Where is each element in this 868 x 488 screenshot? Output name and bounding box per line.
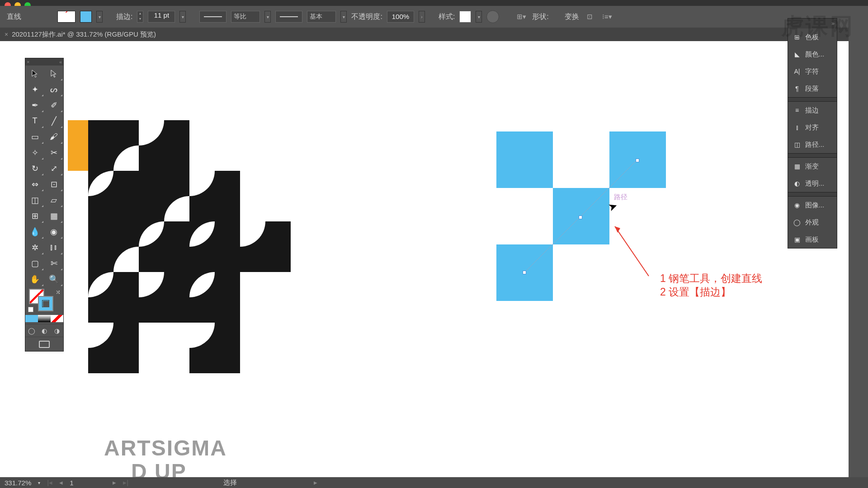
tools-panel-header[interactable]: ×«	[25, 58, 63, 66]
anchor-point[interactable]	[523, 271, 526, 274]
type-tool[interactable]: T	[25, 113, 44, 129]
pen-tool[interactable]: ✒	[25, 97, 44, 113]
slice-tool[interactable]: ✄	[44, 255, 63, 271]
eraser-tool[interactable]: ✂	[44, 145, 63, 160]
artboard-tool[interactable]: ▢	[25, 255, 44, 271]
swap-fill-stroke-icon[interactable]: ⤭	[56, 289, 61, 296]
gradient-tool[interactable]: ▦	[44, 208, 63, 224]
image-trace-panel-tab[interactable]: ◉图像...	[788, 197, 837, 214]
anchor-point[interactable]	[636, 159, 639, 162]
appearance-panel-tab[interactable]: ◯外观	[788, 214, 837, 231]
brush-preview[interactable]	[275, 11, 302, 23]
black-shape	[88, 120, 139, 171]
isolate-button[interactable]: ⊡	[584, 10, 596, 23]
black-shape	[139, 120, 189, 171]
black-shape	[88, 171, 139, 221]
black-shape	[88, 323, 139, 373]
stroke-profile[interactable]	[199, 11, 226, 23]
opacity-input[interactable]: 100%	[387, 11, 414, 23]
right-panel-dock: » ⊞色板 ◣颜色... A|字符 ¶段落 ≡描边 ⫿对齐 ◫路径... ▦渐变…	[788, 18, 837, 249]
anchor-point[interactable]	[579, 216, 582, 219]
color-mode-gradient[interactable]	[38, 313, 51, 324]
perspective-tool[interactable]: ▱	[44, 192, 63, 208]
canvas[interactable]: 路径 ➤ 1 钢笔工具，创建直线 2 设置【描边】 ARTSIGMA D UP	[0, 41, 849, 477]
curvature-tool[interactable]: ✐	[44, 97, 63, 113]
transform-label[interactable]: 变换	[565, 12, 579, 22]
color-dropdown[interactable]: ▾	[96, 11, 103, 23]
blend-tool[interactable]: ◉	[44, 224, 63, 239]
scale-tool[interactable]: ⤢	[44, 160, 63, 176]
lasso-tool[interactable]: ᔕ	[44, 81, 63, 97]
color-mode-none[interactable]	[51, 313, 63, 324]
stroke-color[interactable]	[38, 296, 53, 311]
selection-tool[interactable]	[25, 66, 44, 81]
style-dropdown[interactable]: ▾	[476, 11, 482, 23]
color-mode-solid[interactable]	[25, 313, 38, 324]
artwork-text-1: ARTSIGMA	[104, 436, 227, 460]
stroke-weight-stepper[interactable]: ▴▾	[137, 11, 143, 23]
close-tab-icon[interactable]: ×	[5, 31, 8, 38]
width-tool[interactable]: ⇔	[25, 176, 44, 192]
stroke-weight-dropdown[interactable]: ▾	[179, 11, 186, 23]
pathfinder-panel-tab[interactable]: ◫路径...	[788, 136, 837, 153]
draw-inside[interactable]: ◑	[51, 324, 63, 337]
shape-builder-tool[interactable]: ◫	[25, 192, 44, 208]
recolor-button[interactable]	[486, 10, 499, 23]
artboard-nav-input[interactable]	[70, 479, 106, 487]
profile-select[interactable]: 等比	[231, 11, 260, 23]
draw-mode-row: ◯ ◐ ◑	[25, 324, 63, 337]
black-shape	[88, 221, 139, 272]
zoom-tool[interactable]: 🔍	[44, 271, 63, 287]
magic-wand-tool[interactable]: ✦	[25, 81, 44, 97]
default-fill-stroke[interactable]	[28, 307, 33, 312]
align-button[interactable]: ⊞▾	[515, 10, 528, 23]
shaper-tool[interactable]: ✧	[25, 145, 44, 160]
direct-selection-tool[interactable]	[44, 66, 63, 81]
color-mode-row	[25, 313, 63, 324]
fill-swatch[interactable]	[57, 11, 75, 23]
artwork-text-2: D UP	[131, 460, 187, 477]
graphic-style-swatch[interactable]	[459, 11, 471, 23]
orange-rect	[68, 120, 88, 171]
hand-tool[interactable]: ✋	[25, 271, 44, 287]
more-options[interactable]: ⁝≡▾	[601, 10, 613, 23]
status-bar: 331.72%▾ |◂ ◂ ▸ ▸| 选择 ▸	[0, 477, 868, 488]
opacity-dropdown[interactable]: ›	[419, 11, 425, 23]
draw-normal[interactable]: ◯	[25, 324, 38, 337]
rectangle-tool[interactable]: ▭	[25, 129, 44, 145]
profile-dropdown[interactable]: ▾	[264, 11, 271, 23]
zoom-level[interactable]: 331.72%	[5, 479, 31, 487]
symbol-sprayer-tool[interactable]: ✲	[25, 239, 44, 255]
stroke-weight-input[interactable]: 11 pt	[148, 11, 175, 23]
fill-stroke-controls[interactable]: ⤭	[25, 287, 63, 313]
align-panel-tab[interactable]: ⫿对齐	[788, 119, 837, 136]
right-edge-strip	[849, 28, 868, 477]
rotate-tool[interactable]: ↻	[25, 160, 44, 176]
free-transform-tool[interactable]: ⊡	[44, 176, 63, 192]
paintbrush-tool[interactable]: 🖌	[44, 129, 63, 145]
brush-select[interactable]: 基本	[307, 11, 336, 23]
transparency-panel-tab[interactable]: ◐透明...	[788, 175, 837, 192]
black-shape	[189, 323, 240, 373]
paragraph-panel-tab[interactable]: ¶段落	[788, 80, 837, 97]
svg-marker-2	[615, 226, 620, 233]
gradient-panel-tab[interactable]: ▦渐变	[788, 158, 837, 175]
document-tab-title[interactable]: 20201127操作.ai* @ 331.72% (RGB/GPU 预览)	[12, 30, 156, 39]
path-hint-label: 路径	[614, 193, 627, 202]
screen-mode[interactable]	[25, 337, 63, 351]
color-panel-tab[interactable]: ◣颜色...	[788, 46, 837, 63]
black-shape	[139, 272, 189, 323]
line-tool[interactable]: ╱	[44, 113, 63, 129]
eyedropper-tool[interactable]: 💧	[25, 224, 44, 239]
graph-tool[interactable]: ⫿⫾	[44, 239, 63, 255]
mesh-tool[interactable]: ⊞	[25, 208, 44, 224]
stroke-color-swatch[interactable]	[80, 11, 92, 23]
stroke-panel-tab[interactable]: ≡描边	[788, 102, 837, 119]
status-tool: 选择	[223, 479, 237, 487]
black-shape	[240, 221, 291, 272]
annotation-arrow	[610, 222, 656, 281]
draw-behind[interactable]: ◐	[38, 324, 51, 337]
character-panel-tab[interactable]: A|字符	[788, 63, 837, 80]
brush-dropdown[interactable]: ▾	[340, 11, 347, 23]
artboards-panel-tab[interactable]: ▣画板	[788, 231, 837, 248]
